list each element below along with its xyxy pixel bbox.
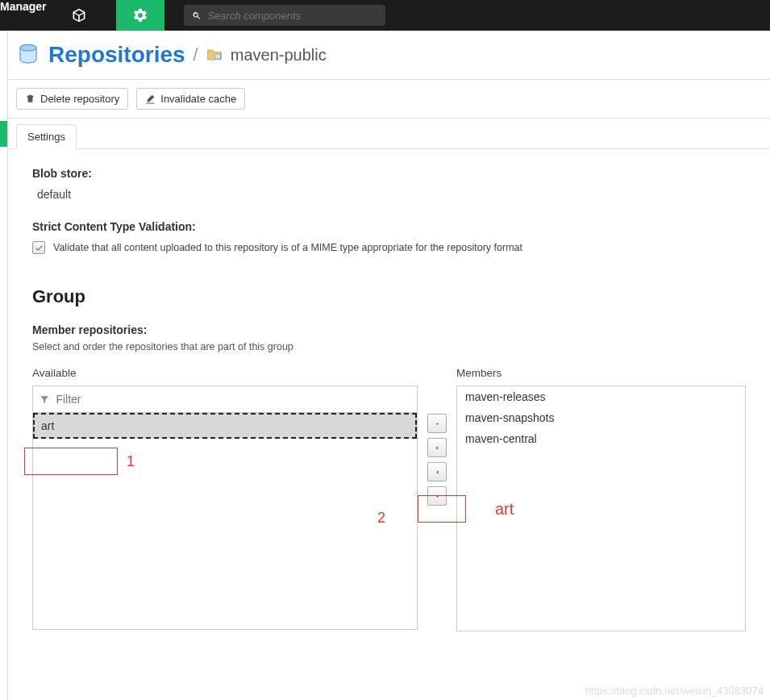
delete-repository-button[interactable]: Delete repository [16, 88, 128, 110]
brand-text: Manager [0, 0, 58, 19]
tabs-row: Settings [8, 119, 770, 149]
move-right-button[interactable] [427, 438, 447, 457]
left-green-indicator [0, 121, 7, 147]
breadcrumb-section[interactable]: Repositories [48, 42, 185, 68]
settings-body: Blob store: default Strict Content Type … [8, 149, 770, 649]
breadcrumb-separator: / [194, 44, 198, 65]
list-item[interactable]: art [33, 413, 417, 439]
move-top-button[interactable] [427, 414, 447, 433]
topbar: Manager [0, 0, 770, 31]
search-box[interactable] [184, 5, 385, 26]
chevron-down-icon [434, 493, 441, 500]
list-item[interactable]: maven-releases [457, 386, 745, 407]
filter-box[interactable] [32, 385, 418, 413]
trash-icon [25, 94, 35, 104]
cube-icon [71, 7, 87, 23]
strict-validation-checkbox[interactable] [32, 241, 45, 254]
admin-gear-button[interactable] [116, 0, 164, 31]
eraser-icon [145, 94, 156, 104]
chevron-up-icon [434, 420, 441, 427]
members-heading: Members [456, 367, 746, 379]
filter-icon [40, 394, 49, 405]
filter-input[interactable] [56, 393, 410, 406]
list-item[interactable]: maven-snapshots [457, 407, 745, 428]
strict-validation-desc: Validate that all content uploaded to th… [53, 242, 522, 253]
gear-icon [132, 7, 148, 23]
dual-list: Available art [32, 367, 746, 631]
cube-nav-button[interactable] [58, 0, 100, 31]
invalidate-cache-button[interactable]: Invalidate cache [136, 88, 245, 110]
strict-validation-row: Validate that all content uploaded to th… [32, 241, 746, 254]
chevron-right-icon [434, 444, 441, 452]
action-bar: Delete repository Invalidate cache [8, 80, 770, 119]
svg-point-1 [20, 45, 36, 52]
move-bottom-button[interactable] [427, 486, 447, 506]
group-heading: Group [32, 286, 746, 307]
tab-settings[interactable]: Settings [16, 124, 77, 149]
blob-store-label: Blob store: [32, 167, 746, 180]
member-repos-label: Member repositories: [32, 323, 746, 336]
strict-validation-label: Strict Content Type Validation: [32, 220, 746, 233]
list-item[interactable]: maven-central [457, 428, 745, 449]
move-left-button[interactable] [427, 462, 447, 481]
invalidate-cache-label: Invalidate cache [160, 93, 236, 105]
available-heading: Available [32, 367, 418, 379]
member-repos-desc: Select and order the repositories that a… [32, 341, 746, 352]
watermark: https://blog.csdn.net/weixin_43083074 [585, 685, 764, 697]
available-column: Available art [32, 367, 418, 630]
delete-repository-label: Delete repository [40, 93, 119, 105]
transfer-buttons [421, 367, 453, 506]
database-icon [16, 43, 40, 67]
breadcrumb: Repositories / maven-public [8, 31, 770, 80]
chevron-left-icon [434, 469, 441, 476]
svg-rect-2 [214, 54, 221, 59]
blob-store-value: default [32, 188, 746, 201]
folder-icon [206, 48, 223, 62]
breadcrumb-page: maven-public [231, 46, 327, 65]
available-list[interactable]: art [32, 412, 418, 630]
members-list[interactable]: maven-releases maven-snapshots maven-cen… [456, 385, 746, 631]
search-input[interactable] [207, 10, 377, 22]
main-panel: Repositories / maven-public Delete repos… [7, 31, 770, 700]
members-column: Members maven-releases maven-snapshots m… [456, 367, 746, 631]
search-icon [192, 10, 202, 21]
check-icon [35, 244, 44, 252]
